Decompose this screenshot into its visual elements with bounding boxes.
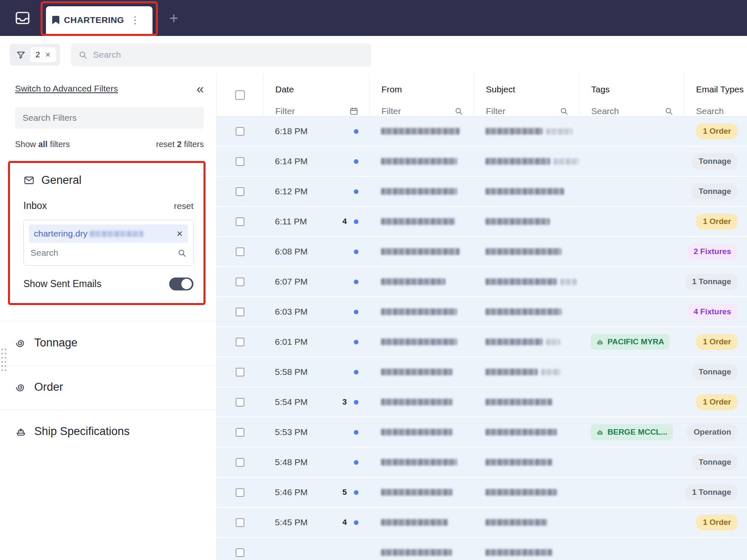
subject-redacted [485,158,550,165]
row-subject-cell [474,128,579,135]
clear-filters-icon[interactable]: ✕ [45,51,51,59]
vessel-tag[interactable]: BERGE MCCL... [591,424,673,440]
row-checkbox[interactable] [236,458,244,467]
unread-dot [354,219,358,224]
email-type-badge[interactable]: 1 Tonnage [685,484,738,500]
show-all-filters-link[interactable]: Show all filters [15,140,70,149]
email-row[interactable]: 5:58 PM Tonnage [217,357,747,387]
date-filter[interactable]: Filter [275,106,369,116]
row-checkbox[interactable] [236,548,244,557]
email-row[interactable]: 5:54 PM 3 1 Order [217,387,747,417]
email-table-header: Date Filter From Filter [217,74,747,117]
email-row[interactable]: 6:03 PM 4 Fixtures [217,297,747,327]
row-checkbox[interactable] [236,187,244,196]
email-row[interactable]: 5:48 PM Tonnage [217,448,747,478]
email-row[interactable]: 6:12 PM Tonnage [217,177,747,207]
filter-count: 2 [36,50,40,59]
inbox-tray-icon [14,9,31,27]
select-all-checkbox[interactable] [235,90,245,100]
search-filters-input[interactable] [23,113,196,123]
reset-filters-link[interactable]: reset 2 filters [156,140,204,149]
row-subject-cell [474,188,579,195]
email-types-filter[interactable]: Search [696,106,747,116]
email-type-badge[interactable]: 4 Fixtures [687,304,738,320]
section-label: Ship Specifications [34,425,130,438]
email-type-badge[interactable]: Tonnage [692,454,738,470]
unread-dot [354,189,358,194]
row-checkbox[interactable] [236,247,244,256]
row-select-cell [217,277,263,286]
filter-toggle-button[interactable]: 2 ✕ [10,44,60,66]
email-row[interactable]: 6:18 PM 1 Order [217,117,747,147]
email-row[interactable]: 5:53 PM BERGE MCCL... Oper [217,417,747,448]
section-tonnage[interactable]: Tonnage [0,321,216,349]
email-type-badge[interactable]: 1 Order [696,123,738,139]
inbox-chip[interactable]: chartering.dry ✕ [29,224,188,243]
email-row[interactable]: 6:11 PM 4 1 Order [217,207,747,237]
email-type-badge[interactable]: Operation [687,424,738,440]
email-type-badge[interactable]: 1 Tonnage [685,274,738,290]
collapse-sidebar-icon[interactable]: « [196,82,204,95]
show-sent-emails-toggle[interactable] [169,277,193,290]
tab-chartering[interactable]: CHARTERING ⋮ [46,6,152,34]
email-type-badge[interactable]: Tonnage [692,183,738,199]
email-type-badge[interactable]: 2 Fixtures [687,244,738,260]
row-select-cell [217,488,263,497]
email-type-badge[interactable]: Tonnage [692,364,738,380]
email-row[interactable]: 6:08 PM 2 Fixtures [217,237,747,267]
email-row[interactable]: 6:01 PM PACIFIC MYRA 1 Ord [217,327,747,357]
row-date-cell: 5:48 PM [263,457,369,467]
row-subject-cell [474,218,579,225]
row-date-cell: 6:14 PM [263,156,369,166]
inbox-home-button[interactable] [13,8,33,28]
row-email-type-cell: Tonnage [684,153,747,169]
row-checkbox[interactable] [236,398,244,407]
thread-count: 4 [342,518,347,527]
unread-dot [354,340,358,344]
email-type-badge[interactable]: 1 Order [696,334,738,350]
subject-filter[interactable]: Filter [486,106,579,116]
email-row[interactable]: 6:07 PM 1 Tonnage [217,267,747,297]
search-filters-field[interactable] [15,107,204,129]
row-checkbox[interactable] [236,518,244,527]
email-row[interactable] [217,538,747,560]
section-order[interactable]: Order [0,366,216,394]
new-tab-button[interactable]: + [165,10,182,27]
inbox-chip-remove-icon[interactable]: ✕ [176,229,183,239]
global-search-input[interactable] [93,50,364,60]
email-type-badge[interactable]: 1 Order [696,514,738,530]
email-row[interactable]: 6:14 PM Tonnage [217,147,747,177]
row-checkbox[interactable] [236,368,244,377]
global-search[interactable] [71,43,371,66]
from-redacted [381,459,457,466]
email-type-badge[interactable]: 1 Order [696,394,738,410]
inbox-reset-link[interactable]: reset [174,201,193,211]
spiral-icon [15,382,27,393]
subject-redacted [485,308,562,315]
email-row[interactable]: 5:46 PM 5 1 Tonnage [217,478,747,508]
row-checkbox[interactable] [236,157,244,166]
row-tags-cell: BERGE MCCL... [579,424,684,440]
switch-advanced-filters-link[interactable]: Switch to Advanced Filters [15,84,118,94]
tab-menu-icon[interactable]: ⋮ [130,15,140,26]
inbox-search-input[interactable] [30,248,178,258]
from-filter[interactable]: Filter [381,106,474,116]
row-from-cell [369,278,474,285]
email-type-badge[interactable]: Tonnage [692,153,738,169]
row-checkbox[interactable] [236,338,244,346]
general-section-header[interactable]: General [16,174,193,187]
row-checkbox[interactable] [236,308,244,316]
row-checkbox[interactable] [236,428,244,437]
row-select-cell [217,127,263,136]
row-checkbox[interactable] [236,217,244,226]
section-ship-specifications[interactable]: Ship Specifications [0,410,216,438]
row-checkbox[interactable] [236,127,244,136]
row-checkbox[interactable] [236,277,244,286]
row-checkbox[interactable] [236,488,244,497]
email-row[interactable]: 5:45 PM 4 1 Order [217,508,747,538]
panel-resize-handle[interactable] [1,349,6,371]
tags-filter[interactable]: Search [591,106,684,116]
inbox-search[interactable] [29,243,188,263]
email-type-badge[interactable]: 1 Order [696,214,738,229]
vessel-tag[interactable]: PACIFIC MYRA [591,334,670,350]
